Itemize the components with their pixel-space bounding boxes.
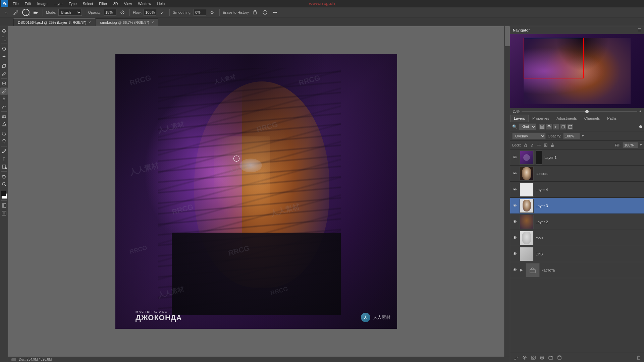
zoom-slider[interactable] <box>522 111 637 112</box>
layer-row-layer1[interactable]: 👁 Layer 1 <box>510 149 644 166</box>
tab-properties[interactable]: Properties <box>529 115 553 122</box>
flow-input[interactable] <box>144 9 156 16</box>
layer2-visibility-icon[interactable]: 👁 <box>512 219 518 225</box>
link-icon[interactable] <box>512 354 520 361</box>
fill-value-input[interactable] <box>623 142 638 148</box>
menu-layer[interactable]: Layer <box>51 1 65 6</box>
tool-clone[interactable] <box>0 95 8 103</box>
menu-image[interactable]: Image <box>35 1 50 6</box>
lock-position-icon[interactable] <box>536 142 542 148</box>
tool-brush[interactable] <box>0 87 8 95</box>
layer-kind-select[interactable]: Kind <box>519 123 536 130</box>
tab-psd-close[interactable]: ✕ <box>88 20 91 24</box>
layer-shape-icon[interactable] <box>560 124 566 130</box>
blend-mode-select[interactable]: Overlay Normal Multiply Screen <box>512 133 546 139</box>
tool-history-brush[interactable] <box>0 103 8 110</box>
tab-jpg-close[interactable]: ✕ <box>151 20 154 24</box>
tool-text[interactable]: T <box>0 155 8 163</box>
lock-paint-icon[interactable] <box>530 142 535 148</box>
dnb-visibility-icon[interactable]: 👁 <box>512 251 518 257</box>
tool-eyedropper[interactable] <box>0 70 8 77</box>
fill-arrow[interactable]: ▾ <box>640 143 642 147</box>
navigator-menu-icon[interactable]: ☰ <box>638 28 641 32</box>
tool-dodge[interactable] <box>0 138 8 145</box>
tab-layers[interactable]: Layers <box>510 115 529 122</box>
tab-paths[interactable]: Paths <box>603 115 620 122</box>
tab-jpg[interactable]: smoke.jpg @ 66,7% (RGB/8*) ✕ <box>96 18 158 26</box>
layer-row-layer4[interactable]: 👁 Layer 4 <box>510 182 644 198</box>
color-swatches[interactable] <box>0 191 8 199</box>
layer-row-fon[interactable]: 👁 фон <box>510 230 644 246</box>
tab-adjustments[interactable]: Adjustments <box>553 115 581 122</box>
layer-pixel-icon[interactable] <box>539 124 545 130</box>
opacity-value-input[interactable] <box>563 133 580 139</box>
tool-screenmode[interactable] <box>0 209 8 217</box>
opacity-input[interactable] <box>104 9 116 16</box>
delete-layer-icon[interactable] <box>635 354 642 361</box>
tool-wand[interactable] <box>0 53 8 60</box>
add-mask-icon[interactable] <box>530 354 537 361</box>
chastota-visibility-icon[interactable]: 👁 <box>512 267 518 273</box>
menu-type[interactable]: Type <box>66 1 79 6</box>
zoom-thumb[interactable] <box>585 110 589 113</box>
erase-history-icon[interactable] <box>251 8 259 16</box>
tab-channels[interactable]: Channels <box>581 115 603 122</box>
add-fill-icon[interactable] <box>538 354 546 361</box>
layer1-visibility-icon[interactable]: 👁 <box>512 155 518 160</box>
smoothing-input[interactable] <box>194 9 206 16</box>
layer4-visibility-icon[interactable]: 👁 <box>512 187 518 192</box>
layer-row-chastota[interactable]: 👁 частота <box>510 262 644 278</box>
add-style-icon[interactable] <box>521 354 528 361</box>
opacity-icon[interactable] <box>118 8 126 16</box>
layer-smartobj-icon[interactable] <box>567 124 573 130</box>
lock-all-icon[interactable] <box>550 142 555 148</box>
tool-fill[interactable] <box>0 120 8 128</box>
group-expand-icon[interactable] <box>520 267 524 273</box>
tool-zoom[interactable] <box>0 180 8 188</box>
tool-move[interactable] <box>0 27 8 35</box>
tool-crop[interactable] <box>0 62 8 70</box>
volosy-visibility-icon[interactable]: 👁 <box>512 171 518 176</box>
tool-pen[interactable] <box>0 147 8 155</box>
brush-size-preview[interactable]: 125 <box>22 9 30 16</box>
menu-select[interactable]: Select <box>80 1 96 6</box>
flow-icon[interactable] <box>158 8 166 16</box>
tool-blur[interactable] <box>0 130 8 137</box>
menu-view[interactable]: View <box>121 1 135 6</box>
menu-file[interactable]: File <box>10 1 21 6</box>
extra-icon[interactable] <box>271 8 279 16</box>
layer-row-volosy[interactable]: 👁 волосы <box>510 166 644 182</box>
tool-quickmask[interactable] <box>0 202 8 209</box>
lock-pixels-icon[interactable] <box>523 142 528 148</box>
foreground-color[interactable] <box>1 191 6 196</box>
group-layers-icon[interactable] <box>547 354 554 361</box>
brush-tool-icon[interactable] <box>12 8 20 16</box>
tool-hand[interactable] <box>0 173 8 180</box>
layer-text-icon[interactable]: T <box>553 124 559 130</box>
home-icon[interactable]: ⌂ <box>2 8 10 16</box>
menu-filter[interactable]: Filter <box>96 1 110 6</box>
menu-help[interactable]: Help <box>155 1 168 6</box>
smoothing-settings-icon[interactable]: ⚙ <box>208 8 216 16</box>
tool-heal[interactable] <box>0 80 8 87</box>
opacity-arrow[interactable]: ▾ <box>582 134 584 138</box>
tool-lasso[interactable] <box>0 45 8 52</box>
vertical-scrollbar[interactable] <box>504 26 510 357</box>
layer-row-dnb[interactable]: 👁 DnB <box>510 246 644 262</box>
layer-row-layer3[interactable]: 👁 Layer 3 <box>510 198 644 214</box>
tool-eraser[interactable] <box>0 113 8 120</box>
tool-shape[interactable] <box>0 163 8 170</box>
layer-row-layer2[interactable]: 👁 Layer 2 <box>510 214 644 230</box>
mask-icon[interactable] <box>261 8 269 16</box>
tool-marquee[interactable] <box>0 35 8 43</box>
layer3-visibility-icon[interactable]: 👁 <box>512 203 518 208</box>
tab-psd[interactable]: DSC01564.psd @ 25% (Layer 3, RGB/8*) ✕ <box>13 18 95 26</box>
layer-adjust-icon[interactable] <box>546 124 552 130</box>
new-layer-icon[interactable] <box>556 354 563 361</box>
menu-3d[interactable]: 3D <box>111 1 121 6</box>
brush-settings-icon[interactable] <box>32 8 40 16</box>
menu-edit[interactable]: Edit <box>22 1 34 6</box>
mode-select[interactable]: Brush <box>58 9 82 16</box>
menu-window[interactable]: Window <box>135 1 154 6</box>
fon-visibility-icon[interactable]: 👁 <box>512 235 518 241</box>
